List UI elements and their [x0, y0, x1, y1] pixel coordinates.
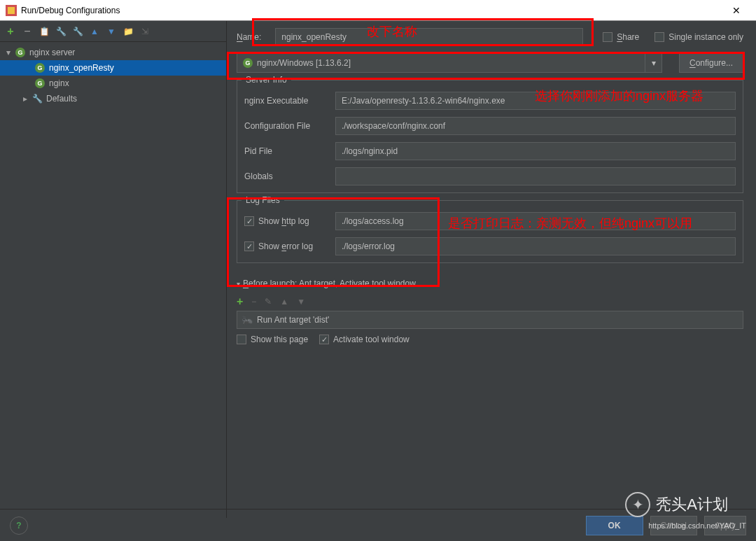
wechat-icon: ✦: [625, 492, 650, 517]
add-config-icon[interactable]: +: [6, 25, 15, 38]
app-icon: [6, 5, 17, 16]
edit-defaults-icon[interactable]: 🔧: [73, 27, 83, 36]
checkbox-icon: [319, 335, 329, 344]
conf-file-label: Configuration File: [244, 121, 335, 131]
checkbox-icon: [603, 32, 612, 42]
before-launch-toolbar: + − ✎ ▲ ▼: [237, 293, 743, 311]
folder-icon[interactable]: 📁: [123, 27, 133, 36]
nginx-type-icon: G: [35, 78, 45, 88]
move-up-icon[interactable]: ▲: [90, 27, 99, 36]
server-dropdown[interactable]: G nginx/Windows [1.13.6.2] ▾: [237, 53, 662, 73]
show-error-log-checkbox[interactable]: Show error log: [244, 241, 335, 251]
pid-file-input[interactable]: [335, 142, 736, 160]
config-editor: Name: Share Single instance only G nginx…: [227, 21, 756, 518]
before-launch-item-label: Run Ant target 'dist': [257, 315, 329, 325]
server-dropdown-label: nginx/Windows [1.13.6.2]: [257, 58, 351, 68]
tree-item-nginx[interactable]: G nginx: [0, 76, 226, 91]
move-down-icon[interactable]: ▼: [106, 27, 116, 36]
activate-tool-window-checkbox[interactable]: Activate tool window: [319, 335, 410, 344]
configure-button[interactable]: Configure...: [679, 53, 743, 73]
annotation-text-1: 改下名称: [367, 24, 417, 40]
tree-item-label: nginx_openResty: [49, 63, 114, 73]
globals-label: Globals: [244, 171, 335, 181]
name-label: Name:: [237, 32, 261, 42]
config-tree: ▾ G nginx server G nginx_openResty G ngi…: [0, 42, 226, 518]
remove-task-icon[interactable]: −: [251, 297, 256, 307]
single-instance-checkbox[interactable]: Single instance only: [654, 32, 743, 42]
error-log-input[interactable]: [335, 237, 736, 255]
nginx-type-icon: G: [35, 63, 45, 73]
before-launch-item[interactable]: 🐜 Run Ant target 'dist': [237, 311, 743, 329]
checkbox-icon: [237, 335, 246, 344]
defaults-label: Defaults: [46, 94, 77, 104]
expand-icon[interactable]: ▸: [21, 94, 29, 104]
single-instance-label: Single instance only: [668, 32, 743, 42]
close-icon[interactable]: ✕: [722, 5, 750, 16]
ok-button[interactable]: OK: [586, 516, 643, 535]
help-button[interactable]: ?: [10, 517, 28, 535]
wrench-icon: 🔧: [32, 94, 42, 104]
edit-task-icon[interactable]: ✎: [265, 297, 272, 307]
expand-icon[interactable]: ▾: [4, 48, 13, 57]
share-checkbox[interactable]: Share: [603, 32, 639, 42]
titlebar: Run/Debug Configurations ✕: [0, 0, 756, 21]
ant-icon: 🐜: [241, 315, 253, 325]
tree-root[interactable]: ▾ G nginx server: [0, 45, 226, 60]
tree-root-label: nginx server: [29, 48, 75, 57]
conf-file-input[interactable]: [335, 117, 736, 135]
nginx-type-icon: G: [15, 48, 25, 57]
before-launch-title[interactable]: ▾ Before launch: Ant target, Activate to…: [237, 279, 743, 288]
tree-defaults[interactable]: ▸ 🔧 Defaults: [0, 91, 226, 106]
move-down-icon[interactable]: ▼: [297, 297, 305, 307]
collapse-icon[interactable]: ▾: [237, 280, 240, 288]
sidebar: + − 📋 🔧 🔧 ▲ ▼ 📁 ⇲ ▾ G nginx server G ngi…: [0, 21, 227, 518]
sidebar-toolbar: + − 📋 🔧 🔧 ▲ ▼ 📁 ⇲: [0, 21, 226, 42]
name-input[interactable]: [275, 28, 583, 46]
window-title: Run/Debug Configurations: [21, 6, 722, 15]
server-info-legend: Server Info: [241, 75, 291, 85]
add-task-icon[interactable]: +: [237, 295, 243, 308]
move-up-icon[interactable]: ▲: [280, 297, 288, 307]
collapse-icon[interactable]: ⇲: [140, 27, 150, 36]
log-files-legend: Log Files: [241, 195, 284, 205]
copy-config-icon[interactable]: 📋: [39, 27, 49, 36]
globals-input[interactable]: [335, 167, 736, 185]
watermark-url: https://blog.csdn.net/YAO_IT: [648, 521, 746, 530]
watermark: ✦ 秃头A计划: [625, 492, 728, 517]
settings-icon[interactable]: 🔧: [56, 27, 66, 36]
checkbox-icon: [654, 32, 664, 42]
watermark-text: 秃头A计划: [656, 494, 728, 515]
annotation-text-3: 是否打印日志：亲测无效，但纯nginx可以用: [448, 216, 700, 232]
annotation-text-2: 选择你刚刚添加的nginx服务器: [535, 88, 731, 104]
nginx-type-icon: G: [243, 58, 253, 68]
show-this-page-checkbox[interactable]: Show this page: [237, 335, 308, 344]
nginx-exec-label: nginx Executable: [244, 96, 335, 106]
remove-config-icon[interactable]: −: [22, 25, 32, 38]
pid-file-label: Pid File: [244, 146, 335, 156]
checkbox-icon: [244, 216, 254, 226]
tree-item-label: nginx: [49, 78, 69, 88]
show-http-log-checkbox[interactable]: Show http log: [244, 216, 335, 226]
checkbox-icon: [244, 241, 254, 251]
before-launch-group: ▾ Before launch: Ant target, Activate to…: [237, 279, 743, 344]
tree-item-openresty[interactable]: G nginx_openResty: [0, 60, 226, 76]
chevron-down-icon[interactable]: ▾: [645, 54, 662, 72]
